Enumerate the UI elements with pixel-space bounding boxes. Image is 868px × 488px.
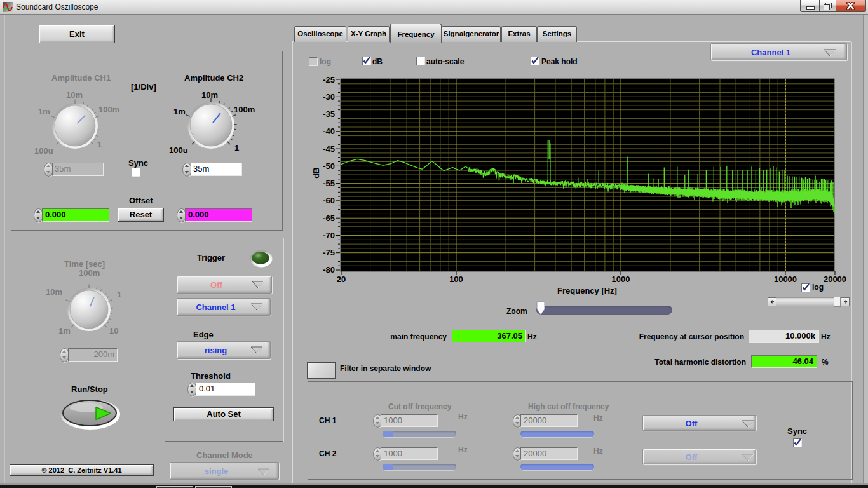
svg-text:dB: dB [311,167,321,178]
svg-text:20000: 20000 [824,274,846,284]
svg-text:-60: -60 [323,196,335,205]
svg-text:-45: -45 [323,144,335,154]
svg-text:Frequency [Hz]: Frequency [Hz] [557,286,617,295]
svg-text:-55: -55 [323,179,335,188]
svg-text:-30: -30 [323,92,335,102]
svg-text:-65: -65 [323,214,335,223]
svg-text:100: 100 [449,274,463,284]
svg-text:-25: -25 [323,75,335,85]
svg-text:-80: -80 [323,265,335,274]
svg-text:-75: -75 [323,248,335,257]
svg-text:-70: -70 [323,231,335,240]
svg-text:-50: -50 [323,161,335,171]
svg-text:10000: 10000 [774,274,797,284]
svg-text:1000: 1000 [612,274,630,284]
svg-text:-35: -35 [323,109,335,119]
svg-text:20: 20 [337,274,346,284]
svg-text:-40: -40 [323,126,335,136]
